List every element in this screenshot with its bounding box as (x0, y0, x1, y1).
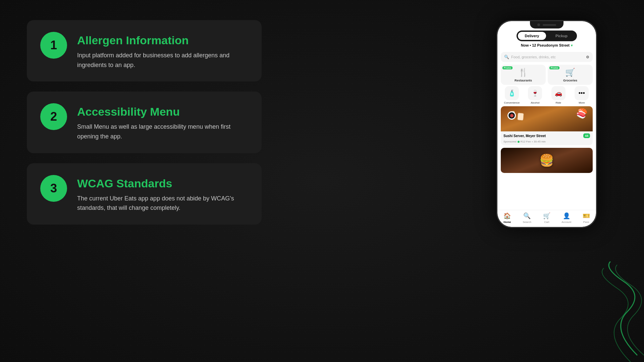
phone-frame: Delivery Pickup Now • 12 Pseudonym Stree… (496, 20, 597, 228)
number-badge-3: 3 (40, 175, 67, 202)
restaurants-label: Restaurants (515, 79, 532, 82)
sushi-piece-2 (517, 113, 524, 120)
bullet-1: • (532, 140, 533, 143)
account-icon: 👤 (563, 212, 570, 220)
nav-search[interactable]: 🔍 Search (517, 212, 537, 224)
feature-text-1: Allergen Information Input platform adde… (77, 32, 248, 70)
category-card-restaurants[interactable]: Promo 🍴 Restaurants (501, 65, 546, 85)
nav-cart[interactable]: 🛒 Cart (537, 212, 557, 224)
number-badge-2: 2 (40, 103, 67, 130)
restaurant-info-sushi: Sushi Server, Meyer Street 44 (501, 131, 593, 140)
promo-badge-groceries: Promo (549, 66, 559, 69)
feature-title-3: WCAG Standards (77, 177, 248, 190)
green-dot-1 (518, 141, 520, 143)
feature-desc-2: Small Menu as well as large accessibilit… (77, 122, 248, 141)
fee-text: R12 Fee (521, 140, 531, 143)
phone-mockup: Delivery Pickup Now • 12 Pseudonym Stree… (496, 20, 597, 228)
left-panel: 1 Allergen Information Input platform ad… (27, 20, 262, 225)
location-text: Now • 12 Pseudonym Street (521, 43, 570, 47)
category-ride[interactable]: 🚗 Ride (547, 86, 570, 104)
delivery-tabs: Delivery Pickup (517, 31, 577, 41)
search-bar[interactable]: 🔍 Food, groceries, drinks, etc ⚙ (501, 52, 593, 62)
restaurant-name-sushi: Sushi Server, Meyer Street (503, 134, 546, 138)
pass-icon: 🎫 (583, 212, 590, 220)
sushi-emoji: 🍣 (576, 108, 588, 119)
convenience-icon: 🧴 (505, 86, 519, 100)
category-more[interactable]: ••• More (571, 86, 593, 104)
feature-card-1: 1 Allergen Information Input platform ad… (27, 20, 262, 81)
tab-pickup[interactable]: Pickup (547, 32, 576, 40)
nav-home[interactable]: 🏠 Home (497, 212, 517, 224)
sponsored-label: Sponsored (503, 140, 517, 143)
nav-search-label: Search (523, 221, 531, 224)
restaurant-card-sushi[interactable]: 🍣 Sushi Server, Meyer Street 44 Sponsore… (501, 106, 593, 145)
restaurants-icon: 🍴 (518, 67, 528, 77)
groceries-label: Groceries (563, 79, 577, 82)
category-convenience[interactable]: 🧴 Convenience (501, 86, 523, 104)
feature-title-1: Allergen Information (77, 34, 248, 47)
restaurant-card-burger[interactable]: 🍔 (501, 148, 593, 173)
restaurant-meta-sushi: Sponsored R12 Fee • 30-45 min (501, 140, 593, 145)
alcohol-icon: 🍷 (528, 86, 542, 100)
groceries-icon: 🛒 (565, 67, 575, 77)
nav-account[interactable]: 👤 Account (556, 212, 576, 224)
ride-icon: 🚗 (551, 86, 566, 100)
rating-badge-sushi: 44 (583, 133, 590, 138)
small-category-row: 🧴 Convenience 🍷 Alcohol 🚗 Ride ••• More (497, 86, 596, 106)
location-row: Now • 12 Pseudonym Street ▾ (521, 43, 573, 47)
wave-decoration (543, 261, 644, 362)
nav-account-label: Account (561, 221, 571, 224)
search-placeholder-text: Food, groceries, drinks, etc (511, 55, 584, 59)
bottom-nav: 🏠 Home 🔍 Search 🛒 Cart 👤 Account 🎫 (497, 210, 596, 227)
nav-cart-label: Cart (544, 221, 549, 224)
ride-label: Ride (556, 101, 561, 104)
nav-home-label: Home (503, 221, 511, 224)
more-icon: ••• (575, 86, 589, 100)
main-category-grid: Promo 🍴 Restaurants Promo 🛒 Groceries (497, 62, 596, 86)
chevron-down-icon[interactable]: ▾ (571, 44, 573, 47)
phone-screen: Delivery Pickup Now • 12 Pseudonym Stree… (497, 21, 596, 227)
category-card-groceries[interactable]: Promo 🛒 Groceries (548, 65, 593, 85)
home-icon: 🏠 (503, 212, 511, 220)
number-badge-1: 1 (40, 32, 67, 59)
category-alcohol[interactable]: 🍷 Alcohol (524, 86, 546, 104)
search-nav-icon: 🔍 (523, 212, 531, 220)
feature-card-2: 2 Accessibility Menu Small Menu as well … (27, 92, 262, 153)
feature-text-3: WCAG Standards The current Uber Eats app… (77, 175, 248, 213)
promo-badge-restaurants: Promo (502, 66, 513, 69)
time-text: 30-45 min (534, 140, 546, 143)
feature-desc-3: The current Uber Eats app app does not a… (77, 194, 248, 213)
convenience-label: Convenience (504, 101, 520, 104)
notch-dot (537, 23, 540, 26)
nav-pass-label: Pass (583, 221, 589, 224)
sushi-image: 🍣 (501, 106, 593, 131)
feature-card-3: 3 WCAG Standards The current Uber Eats a… (27, 163, 262, 225)
nav-pass[interactable]: 🎫 Pass (576, 212, 596, 224)
phone-notch (530, 21, 564, 28)
tab-delivery[interactable]: Delivery (518, 32, 546, 40)
feature-desc-1: Input platform added for businesses to a… (77, 51, 248, 70)
sushi-roll (507, 111, 516, 120)
feature-text-2: Accessibility Menu Small Menu as well as… (77, 103, 248, 141)
more-label: More (579, 101, 585, 104)
filter-icon[interactable]: ⚙ (586, 55, 589, 59)
alcohol-label: Alcohol (531, 101, 539, 104)
search-icon: 🔍 (504, 55, 509, 59)
burger-emoji: 🍔 (539, 154, 554, 167)
feature-title-2: Accessibility Menu (77, 105, 248, 119)
burger-image: 🍔 (501, 148, 593, 173)
cart-icon: 🛒 (543, 212, 550, 220)
notch-bar (543, 24, 556, 26)
